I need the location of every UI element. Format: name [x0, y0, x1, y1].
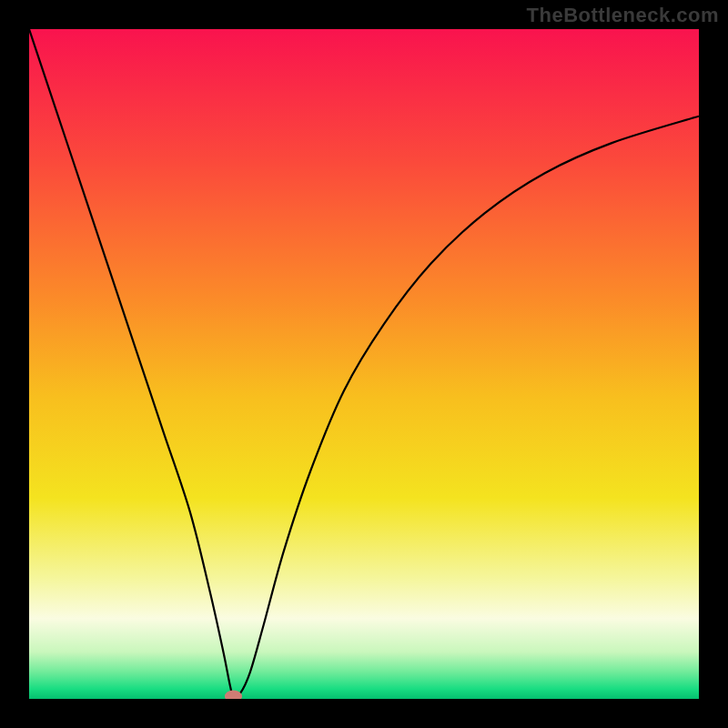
plot-area: [29, 29, 699, 699]
bottleneck-chart: [29, 29, 699, 699]
gradient-background: [29, 29, 699, 699]
watermark-text: TheBottleneck.com: [527, 4, 719, 27]
chart-frame: TheBottleneck.com: [0, 0, 728, 728]
